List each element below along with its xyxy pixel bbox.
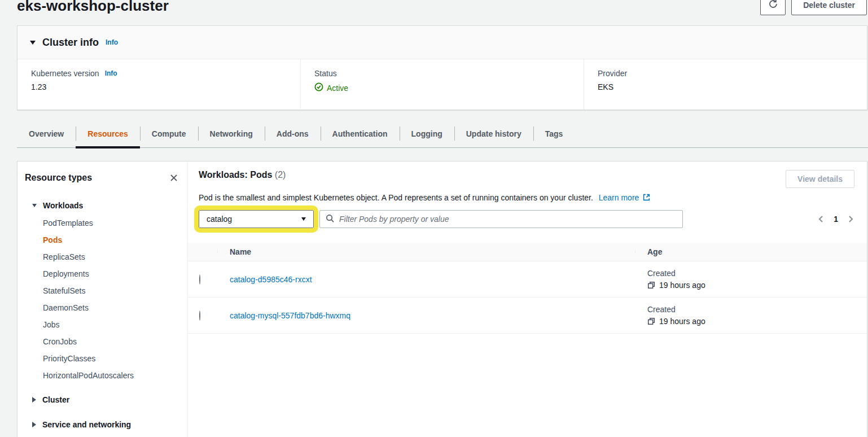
search-icon (326, 214, 334, 224)
tab-overview[interactable]: Overview (17, 120, 76, 147)
refresh-icon (768, 0, 778, 11)
tree-group-cluster[interactable]: Cluster (17, 391, 187, 409)
tab-networking[interactable]: Networking (198, 120, 265, 147)
tree-group-cluster-label: Cluster (42, 395, 69, 404)
column-header-name[interactable]: Name (217, 247, 635, 256)
tree-group-workloads[interactable]: Workloads (17, 196, 187, 215)
table-row: catalog-d5985c46-rxcxt Created 19 hou (188, 261, 867, 298)
search-placeholder: Filter Pods by property or value (339, 215, 449, 224)
cluster-info-header[interactable]: Cluster info Info (17, 26, 867, 59)
pod-filter-dropdown-value: catalog (207, 215, 232, 224)
resource-types-title: Resource types (25, 173, 92, 183)
tab-tags[interactable]: Tags (533, 120, 575, 147)
pod-name-link[interactable]: catalog-mysql-557fdb7bd6-hwxmq (230, 311, 350, 320)
pods-description: Pod is the smallest and simplest Kuberne… (199, 193, 854, 202)
cluster-info-body: Kubernetes version Info 1.23 Status (17, 59, 867, 110)
kubernetes-version-info-link[interactable]: Info (105, 69, 117, 77)
eks-console-screen: eks-workshop-cluster Delete cluster Clus… (0, 0, 868, 437)
caret-right-icon (32, 397, 36, 403)
pods-title-text: Workloads: Pods (199, 170, 272, 180)
learn-more-label: Learn more (599, 193, 639, 202)
pods-search-input[interactable]: Filter Pods by property or value (319, 210, 683, 228)
page-actions: Delete cluster (760, 0, 867, 15)
row-radio-button[interactable] (199, 274, 200, 285)
collapse-caret-icon[interactable] (30, 41, 36, 45)
pagination: 1 (817, 215, 854, 224)
tree-group-service-networking-label: Service and networking (42, 420, 131, 429)
page-number[interactable]: 1 (834, 215, 838, 224)
provider-field: Provider EKS (584, 59, 867, 110)
refresh-button[interactable] (760, 0, 786, 15)
tab-compute[interactable]: Compute (140, 120, 198, 147)
learn-more-link[interactable]: Learn more (599, 193, 650, 202)
tree-group-service-networking[interactable]: Service and networking (17, 416, 187, 434)
resource-types-sidebar: Resource types Workloads PodTemplates Po… (17, 161, 188, 437)
tab-resources[interactable]: Resources (76, 120, 140, 147)
page-next-icon[interactable] (848, 215, 854, 223)
copy-icon[interactable] (647, 317, 655, 325)
filter-row: catalog Filter Pods by property or value (199, 210, 854, 228)
status-label: Status (314, 69, 337, 78)
pods-count: (2) (275, 170, 286, 180)
status-active-icon (314, 82, 323, 93)
sidebar-item-podtemplates[interactable]: PodTemplates (17, 215, 187, 231)
table-row: catalog-mysql-557fdb7bd6-hwxmq Created (188, 298, 867, 334)
sidebar-item-cronjobs[interactable]: CronJobs (17, 333, 187, 350)
kubernetes-version-value: 1.23 (31, 82, 287, 91)
tree-group-workloads-label: Workloads (43, 201, 83, 210)
page-previous-icon[interactable] (817, 215, 824, 223)
sidebar-item-jobs[interactable]: Jobs (17, 316, 187, 333)
sidebar-item-pods[interactable]: Pods (17, 231, 187, 248)
chevron-down-icon (301, 217, 306, 221)
pod-filter-dropdown[interactable]: catalog (199, 210, 314, 228)
tab-add-ons[interactable]: Add-ons (265, 120, 321, 147)
pod-name-link[interactable]: catalog-d5985c46-rxcxt (230, 275, 312, 284)
sidebar-item-replicasets[interactable]: ReplicaSets (17, 248, 187, 265)
sidebar-item-statefulsets[interactable]: StatefulSets (17, 282, 187, 299)
sidebar-item-priorityclasses[interactable]: PriorityClasses (17, 350, 187, 367)
sidebar-item-deployments[interactable]: Deployments (17, 265, 187, 282)
page-title: eks-workshop-cluster (17, 0, 169, 15)
pods-table-header: Name Age (188, 243, 867, 261)
tab-authentication[interactable]: Authentication (321, 120, 400, 147)
age-value-text: 19 hours ago (659, 317, 705, 326)
cluster-info-card: Cluster info Info Kubernetes version Inf… (17, 25, 867, 110)
caret-right-icon (32, 422, 36, 427)
cluster-info-info-link[interactable]: Info (106, 38, 118, 46)
tab-update-history[interactable]: Update history (454, 120, 533, 147)
pods-content: Workloads: Pods (2) View details Pod is … (188, 161, 867, 437)
cluster-info-title: Cluster info (42, 37, 99, 49)
row-radio-button[interactable] (199, 311, 200, 321)
kubernetes-version-label: Kubernetes version (31, 69, 99, 78)
resource-tree: Workloads PodTemplates Pods ReplicaSets … (17, 196, 187, 434)
pods-panel-title: Workloads: Pods (2) (199, 170, 286, 180)
sidebar-item-horizontalpodautoscalers[interactable]: HorizontalPodAutoscalers (17, 367, 187, 384)
close-icon[interactable] (169, 173, 178, 182)
kubernetes-version-field: Kubernetes version Info 1.23 (17, 59, 300, 110)
copy-icon[interactable] (647, 281, 655, 289)
pods-description-text: Pod is the smallest and simplest Kuberne… (199, 193, 593, 202)
column-header-age[interactable]: Age (635, 247, 867, 256)
age-created-label: Created (647, 305, 867, 314)
view-details-button[interactable]: View details (786, 170, 854, 188)
resources-panel: Resource types Workloads PodTemplates Po… (17, 161, 867, 437)
provider-label: Provider (598, 69, 627, 78)
provider-value: EKS (598, 82, 853, 91)
cluster-tabs: Overview Resources Compute Networking Ad… (17, 120, 868, 148)
status-badge: Active (327, 84, 348, 93)
sidebar-item-daemonsets[interactable]: DaemonSets (17, 299, 187, 316)
caret-down-icon (32, 204, 37, 207)
delete-cluster-button[interactable]: Delete cluster (791, 0, 867, 15)
age-created-label: Created (647, 269, 867, 278)
pods-table: Name Age catalog-d5985c46-rxcxt Created (188, 243, 867, 334)
tab-logging[interactable]: Logging (400, 120, 454, 147)
age-value-text: 19 hours ago (659, 281, 705, 290)
status-field: Status Active (300, 59, 584, 110)
